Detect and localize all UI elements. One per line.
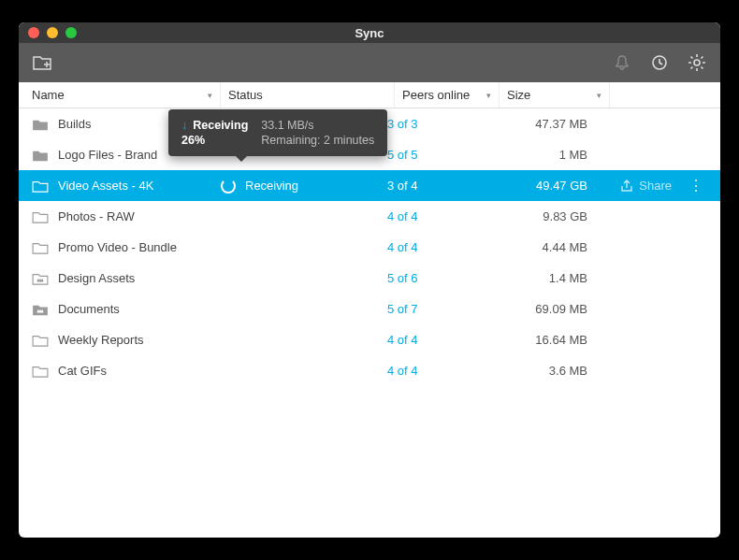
folder-list: ↓ Receiving 26% 33.1 MB/s Remaining: 2 m…: [19, 108, 720, 538]
share-label: Share: [639, 179, 672, 193]
spinner-icon: [221, 179, 236, 194]
folder-icon: [32, 272, 49, 285]
share-icon: [620, 179, 633, 193]
folder-icon: [32, 365, 49, 378]
folder-icon: [32, 179, 49, 193]
folder-name: Photos - RAW: [58, 209, 135, 223]
cell-size: 69.09 MB: [485, 302, 587, 316]
cell-peers: 4 of 4: [387, 333, 485, 347]
download-arrow-icon: ↓: [181, 119, 187, 132]
status-text: Receiving: [245, 179, 298, 193]
folder-name: Design Assets: [58, 271, 135, 285]
column-label: Peers online: [402, 88, 470, 102]
folder-name: Logo Files - Brand: [58, 148, 157, 162]
svg-point-3: [694, 60, 700, 65]
column-label: Name: [32, 88, 65, 102]
cell-size: 49.47 GB: [485, 179, 587, 193]
cell-name: Cat GIFs: [32, 364, 221, 378]
folder-icon: [32, 210, 49, 223]
column-label: Size: [507, 88, 530, 102]
zoom-window-button[interactable]: [65, 27, 77, 38]
sort-icon: ▾: [597, 91, 601, 100]
folder-icon: [32, 149, 49, 162]
column-header-size[interactable]: Size ▾: [507, 82, 610, 108]
folder-icon: [32, 118, 49, 131]
tooltip-label: Receiving: [193, 119, 248, 132]
bell-icon: [614, 54, 630, 71]
cell-size: 47.37 MB: [485, 117, 587, 131]
column-header-status[interactable]: Status: [228, 82, 395, 108]
column-label: Status: [228, 88, 263, 102]
column-header-name[interactable]: Name ▾: [32, 82, 221, 108]
share-button[interactable]: Share: [620, 179, 672, 193]
cell-size: 1.4 MB: [485, 271, 587, 285]
column-header-actions: [617, 82, 700, 108]
close-window-button[interactable]: [28, 27, 39, 38]
table-row[interactable]: Documents5 of 769.09 MB: [19, 294, 720, 324]
cell-actions: Share⋮: [587, 177, 707, 194]
settings-button[interactable]: [687, 52, 707, 73]
cell-name: Documents: [32, 302, 221, 316]
cell-name: Video Assets - 4K: [32, 179, 221, 193]
tooltip-speed: 33.1 MB/s: [261, 119, 374, 132]
table-row[interactable]: Promo Video - Bundle4 of 44.44 MB: [19, 232, 720, 263]
cell-name: Promo Video - Bundle: [32, 240, 221, 254]
cell-size: 1 MB: [485, 148, 587, 162]
clock-icon: [651, 54, 668, 71]
cell-name: Photos - RAW: [32, 209, 221, 223]
notifications-button[interactable]: [612, 52, 632, 73]
add-folder-icon: [33, 54, 51, 71]
folder-name: Cat GIFs: [58, 364, 107, 378]
folder-name: Video Assets - 4K: [58, 179, 153, 193]
cell-peers: 5 of 7: [387, 302, 485, 316]
gear-icon: [688, 53, 706, 72]
row-menu-button[interactable]: ⋮: [685, 177, 707, 194]
cell-size: 9.83 GB: [485, 209, 587, 223]
cell-peers: 4 of 4: [387, 209, 485, 223]
table-row[interactable]: Video Assets - 4KReceiving3 of 449.47 GB…: [19, 170, 720, 201]
add-folder-button[interactable]: [32, 52, 52, 73]
cell-peers: 5 of 6: [387, 271, 485, 285]
column-headers: Name ▾ Status Peers online ▾ Size ▾: [19, 82, 720, 108]
table-row[interactable]: Design Assets5 of 61.4 MB: [19, 263, 720, 294]
app-window: Sync: [19, 22, 720, 538]
cell-status: Receiving: [221, 179, 387, 194]
cell-peers: 3 of 3: [387, 117, 485, 131]
toolbar: [19, 43, 720, 82]
table-row[interactable]: Cat GIFs4 of 43.6 MB: [19, 355, 720, 386]
window-controls: [28, 27, 77, 38]
cell-peers: 4 of 4: [387, 364, 485, 378]
cell-peers: 3 of 4: [387, 179, 485, 193]
cell-name: Weekly Reports: [32, 333, 221, 347]
tooltip-remaining: Remaining: 2 minutes: [261, 134, 374, 147]
folder-name: Documents: [58, 302, 120, 316]
sort-icon: ▾: [486, 91, 491, 100]
cell-size: 16.64 MB: [485, 333, 587, 347]
folder-name: Weekly Reports: [58, 333, 144, 347]
cell-size: 4.44 MB: [485, 240, 587, 254]
sort-icon: ▾: [208, 91, 212, 100]
cell-peers: 4 of 4: [387, 240, 485, 254]
folder-name: Promo Video - Bundle: [58, 240, 177, 254]
cell-peers: 5 of 5: [387, 148, 485, 162]
minimize-window-button[interactable]: [47, 27, 58, 38]
column-header-peers[interactable]: Peers online ▾: [402, 82, 500, 108]
history-button[interactable]: [649, 52, 670, 73]
cell-name: Design Assets: [32, 271, 221, 285]
cell-size: 3.6 MB: [485, 364, 587, 378]
receiving-tooltip: ↓ Receiving 26% 33.1 MB/s Remaining: 2 m…: [168, 109, 387, 156]
titlebar: Sync: [19, 22, 720, 43]
table-row[interactable]: Weekly Reports4 of 416.64 MB: [19, 324, 720, 355]
table-row[interactable]: Photos - RAW4 of 49.83 GB: [19, 201, 720, 232]
folder-icon: [32, 241, 49, 254]
tooltip-percent: 26%: [181, 134, 205, 147]
folder-icon: [32, 334, 49, 347]
window-title: Sync: [19, 26, 720, 40]
folder-name: Builds: [58, 117, 91, 131]
folder-icon: [32, 303, 49, 316]
